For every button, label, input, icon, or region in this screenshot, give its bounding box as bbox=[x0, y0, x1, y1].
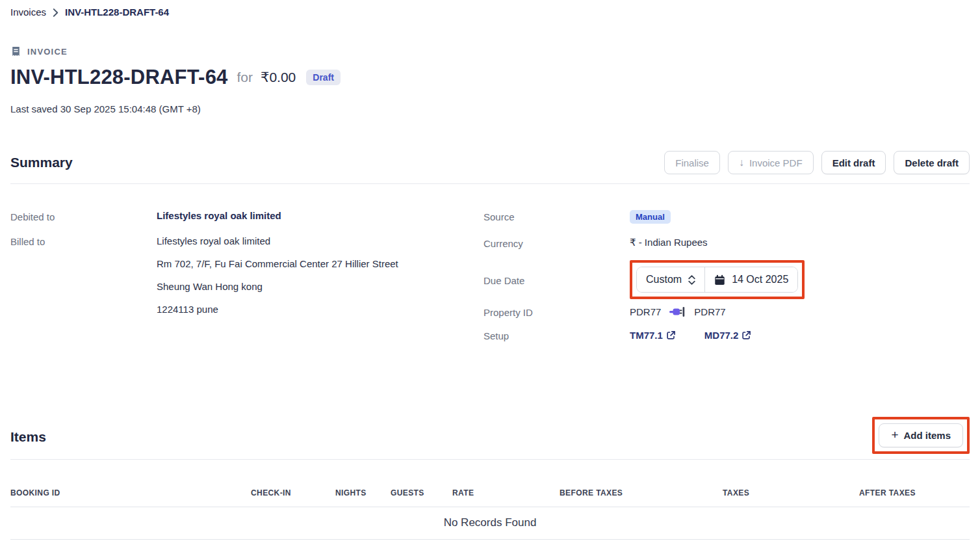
items-divider bbox=[10, 459, 970, 460]
external-link-icon bbox=[666, 330, 676, 340]
billed-to-line: 1224113 pune bbox=[157, 303, 398, 315]
invoice-pdf-button-label: Invoice PDF bbox=[749, 157, 803, 168]
debited-to-value-link[interactable]: Lifestyles royal oak limited bbox=[157, 210, 281, 221]
summary-left-column: Debited to Lifestyles royal oak limited … bbox=[10, 210, 484, 354]
summary-actions: Finalise ↓ Invoice PDF Edit draft Delete… bbox=[664, 151, 970, 174]
summary-title: Summary bbox=[10, 155, 73, 170]
billed-to-line: Rm 702, 7/F, Fu Fai Commercial Center 27… bbox=[157, 258, 398, 270]
due-date-row: Due Date Custom bbox=[484, 260, 970, 299]
delete-draft-button[interactable]: Delete draft bbox=[894, 151, 970, 174]
source-label: Source bbox=[484, 210, 630, 222]
breadcrumb: Invoices INV-HTL228-DRAFT-64 bbox=[10, 0, 970, 18]
column-header-before-taxes: BEFORE TAXES bbox=[560, 488, 723, 497]
setup-link-md[interactable]: MD77.2 bbox=[704, 330, 752, 341]
invoice-detail-page: Invoices INV-HTL228-DRAFT-64 INVOICE INV… bbox=[0, 0, 980, 540]
setup-link-tm[interactable]: TM77.1 bbox=[630, 330, 676, 341]
column-header-guests: GUESTS bbox=[391, 488, 452, 497]
items-title: Items bbox=[10, 429, 46, 445]
edit-draft-button-label: Edit draft bbox=[832, 157, 875, 168]
highlight-box-add-items: + Add items bbox=[872, 417, 970, 454]
items-header: Items + Add items bbox=[10, 416, 970, 458]
due-date-mode-select[interactable]: Custom bbox=[637, 267, 704, 292]
invoice-amount: ₹0.00 bbox=[261, 70, 296, 85]
billed-to-line: Lifestyles royal oak limited bbox=[157, 235, 398, 247]
page-title: INV-HTL228-DRAFT-64 bbox=[10, 66, 228, 89]
setup-label: Setup bbox=[484, 329, 630, 341]
column-header-after-taxes: AFTER TAXES bbox=[859, 488, 970, 497]
due-date-label: Due Date bbox=[484, 274, 630, 286]
column-header-rate: RATE bbox=[452, 488, 560, 497]
currency-label: Currency bbox=[484, 237, 630, 249]
invoice-eyebrow: INVOICE bbox=[10, 46, 970, 57]
chevron-right-icon bbox=[53, 8, 58, 17]
property-id-row: Property ID PDR77 PDR77 bbox=[484, 306, 970, 318]
property-id-right: PDR77 bbox=[694, 306, 725, 317]
summary-divider bbox=[10, 183, 970, 184]
setup-row: Setup TM77.1 MD77.2 bbox=[484, 329, 970, 341]
setup-link-tm-label: TM77.1 bbox=[630, 330, 663, 341]
due-date-value: 14 Oct 2025 bbox=[732, 274, 788, 285]
delete-draft-button-label: Delete draft bbox=[905, 157, 959, 168]
billed-to-line: Sheung Wan Hong kong bbox=[157, 280, 398, 293]
finalise-button[interactable]: Finalise bbox=[664, 151, 720, 174]
debited-to-label: Debited to bbox=[10, 210, 157, 222]
currency-value: ₹ - Indian Rupees bbox=[630, 237, 708, 248]
external-link-icon bbox=[741, 330, 751, 340]
finalise-button-label: Finalise bbox=[675, 157, 709, 168]
receipt-icon bbox=[10, 46, 21, 57]
property-id-label: Property ID bbox=[484, 306, 630, 318]
source-row: Source Manual bbox=[484, 210, 970, 224]
title-for-label: for bbox=[237, 70, 253, 85]
summary-right-column: Source Manual Currency ₹ - Indian Rupees… bbox=[484, 210, 970, 354]
items-table-header: BOOKING ID CHECK-IN NIGHTS GUESTS RATE B… bbox=[10, 488, 970, 507]
add-items-button-label: Add items bbox=[903, 430, 951, 441]
due-date-mode-value: Custom bbox=[646, 274, 682, 285]
invoice-pdf-button[interactable]: ↓ Invoice PDF bbox=[728, 151, 814, 174]
debited-to-row: Debited to Lifestyles royal oak limited bbox=[10, 210, 484, 222]
chevron-up-down-icon bbox=[688, 275, 695, 285]
billed-to-label: Billed to bbox=[10, 235, 157, 247]
due-date-control: Custom 14 Oct 2025 bbox=[636, 267, 798, 293]
summary-fields: Debited to Lifestyles royal oak limited … bbox=[10, 210, 970, 354]
billed-to-address: Lifestyles royal oak limited Rm 702, 7/F… bbox=[157, 235, 398, 315]
invoice-eyebrow-label: INVOICE bbox=[27, 47, 68, 57]
billed-to-row: Billed to Lifestyles royal oak limited R… bbox=[10, 235, 484, 315]
title-row: INV-HTL228-DRAFT-64 for ₹0.00 Draft bbox=[10, 66, 970, 89]
highlight-box-due-date: Custom 14 Oct 2025 bbox=[630, 260, 805, 299]
column-header-nights: NIGHTS bbox=[335, 488, 391, 497]
plus-icon: + bbox=[891, 430, 898, 440]
empty-state-text: No Records Found bbox=[10, 507, 970, 540]
column-header-booking-id: BOOKING ID bbox=[10, 488, 251, 497]
setup-link-md-label: MD77.2 bbox=[704, 330, 739, 341]
currency-row: Currency ₹ - Indian Rupees bbox=[484, 237, 970, 249]
summary-header: Summary Finalise ↓ Invoice PDF Edit draf… bbox=[10, 151, 970, 174]
edit-draft-button[interactable]: Edit draft bbox=[821, 151, 886, 174]
column-header-taxes: TAXES bbox=[723, 488, 859, 497]
add-items-button[interactable]: + Add items bbox=[879, 423, 963, 447]
source-badge: Manual bbox=[630, 210, 671, 224]
due-date-picker[interactable]: 14 Oct 2025 bbox=[705, 267, 797, 292]
breadcrumb-invoices-link[interactable]: Invoices bbox=[10, 7, 46, 18]
property-id-left: PDR77 bbox=[630, 306, 661, 317]
last-saved-text: Last saved 30 Sep 2025 15:04:48 (GMT +8) bbox=[10, 103, 970, 114]
plug-connection-icon bbox=[669, 306, 686, 317]
download-icon: ↓ bbox=[739, 157, 744, 168]
column-header-check-in: CHECK-IN bbox=[251, 488, 335, 497]
calendar-icon bbox=[714, 274, 725, 285]
status-badge: Draft bbox=[306, 70, 341, 85]
breadcrumb-current: INV-HTL228-DRAFT-64 bbox=[65, 7, 169, 18]
